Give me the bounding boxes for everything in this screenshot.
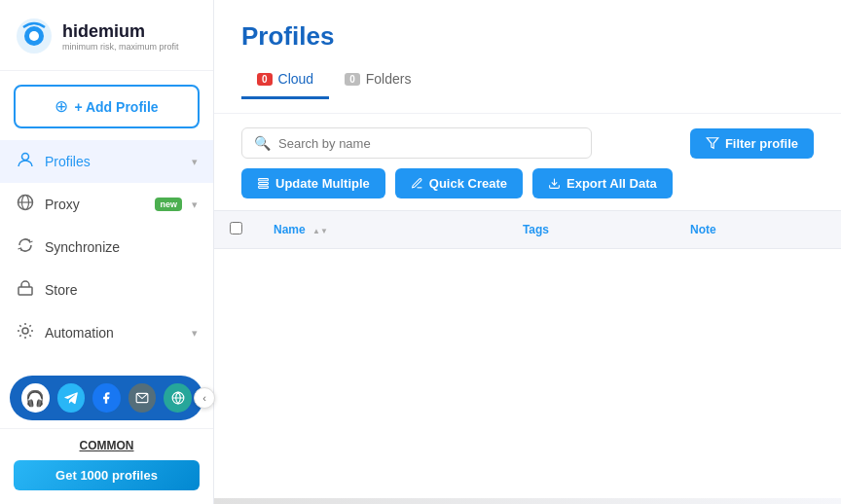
svg-rect-13 [259,182,269,184]
collapse-social-button[interactable]: ‹ [194,387,215,409]
email-icon[interactable] [128,383,157,413]
sidebar-item-proxy[interactable]: Proxy new ▾ [0,183,213,226]
sidebar: hidemium minimum risk, maximum profit ⊕ … [0,0,214,504]
profiles-label: Profiles [45,154,182,169]
nav-items: Profiles ▾ Proxy new ▾ [0,136,213,368]
update-multiple-button[interactable]: Update Multiple [241,168,385,198]
action-bar: Update Multiple Quick Create Export All … [214,168,841,210]
quick-create-button[interactable]: Quick Create [395,168,523,198]
svg-point-2 [29,31,39,41]
sidebar-item-store[interactable]: Store [0,269,213,311]
table-header-row: Name ▲▼ Tags Note [214,211,841,249]
export-all-button[interactable]: Export All Data [532,168,673,198]
automation-chevron: ▾ [192,327,198,340]
filter-profile-button[interactable]: Filter profile [690,128,814,159]
cloud-count-badge: 0 [257,73,273,86]
svg-rect-14 [259,186,269,188]
app-tagline: minimum risk, maximum profit [62,42,179,52]
logo-text: hidemium minimum risk, maximum profit [62,21,179,52]
profiles-table: Name ▲▼ Tags Note [214,211,841,249]
telegram-icon[interactable] [57,383,86,413]
store-label: Store [45,282,198,298]
svg-rect-12 [259,179,269,181]
notes-col-header: Note [675,211,841,249]
get-profiles-label: Get 1000 profiles [55,468,158,483]
quick-create-icon [411,177,423,190]
svg-rect-7 [18,287,32,295]
folders-tab-label: Folders [366,71,412,87]
search-box: 🔍 [241,127,592,159]
facebook-icon[interactable] [92,383,121,413]
social-bar: 🎧 ‹ [10,376,203,420]
get-profiles-button[interactable]: Get 1000 profiles [14,460,200,490]
search-icon: 🔍 [254,135,271,151]
tags-col-label: Tags [523,223,549,236]
sidebar-item-profiles[interactable]: Profiles ▾ [0,140,213,183]
sidebar-item-automation[interactable]: Automation ▾ [0,311,213,354]
notes-col-label: Note [690,223,716,236]
toolbar: 🔍 Filter profile [214,114,841,168]
select-all-checkbox[interactable] [230,222,242,234]
proxy-chevron: ▾ [192,198,198,211]
tab-folders[interactable]: 0 Folders [329,63,426,99]
promo-section: COMMON Get 1000 profiles [0,428,213,504]
add-profile-label: + Add Profile [74,99,158,115]
store-icon [16,279,35,301]
tab-cloud[interactable]: 0 Cloud [241,63,329,99]
update-icon [257,177,270,190]
bottom-divider [214,498,841,504]
svg-point-8 [22,328,28,334]
app-name: hidemium [62,21,145,41]
website-icon[interactable] [164,383,192,413]
logo-area: hidemium minimum risk, maximum profit [0,0,213,71]
synchronize-icon [16,236,35,258]
proxy-label: Proxy [45,197,145,212]
support-icon[interactable]: 🎧 [21,383,50,413]
name-sort-arrows[interactable]: ▲▼ [312,227,328,235]
cloud-tab-label: Cloud [278,71,314,87]
quick-create-label: Quick Create [429,176,507,191]
automation-icon [16,322,35,343]
logo-icon [16,18,53,54]
profiles-chevron: ▾ [192,156,198,168]
name-col-label: Name [274,223,306,236]
add-profile-button[interactable]: ⊕ + Add Profile [14,85,200,128]
proxy-icon [16,194,35,215]
plus-icon: ⊕ [55,96,68,117]
folders-count-badge: 0 [345,73,360,86]
filter-btn-label: Filter profile [725,136,798,151]
search-input[interactable] [278,136,579,151]
synchronize-label: Synchronize [45,239,198,255]
profiles-icon [16,151,35,172]
proxy-badge: new [155,198,182,211]
promo-title: COMMON [14,439,200,452]
svg-marker-11 [707,138,718,149]
update-multiple-label: Update Multiple [275,176,370,191]
export-all-label: Export All Data [567,176,657,191]
svg-point-3 [22,154,29,161]
tabs-row: 0 Cloud 0 Folders [241,63,814,99]
page-title: Profiles [241,21,814,52]
main-content: Profiles 0 Cloud 0 Folders 🔍 Filter prof… [214,0,841,504]
export-icon [548,177,561,190]
table-area: Name ▲▼ Tags Note [214,210,841,498]
select-all-col [214,211,258,249]
tags-col-header: Tags [507,211,675,249]
automation-label: Automation [45,325,182,341]
name-col-header[interactable]: Name ▲▼ [258,211,507,249]
main-header: Profiles 0 Cloud 0 Folders [214,0,841,114]
filter-icon [706,136,719,150]
sidebar-item-synchronize[interactable]: Synchronize [0,226,213,269]
